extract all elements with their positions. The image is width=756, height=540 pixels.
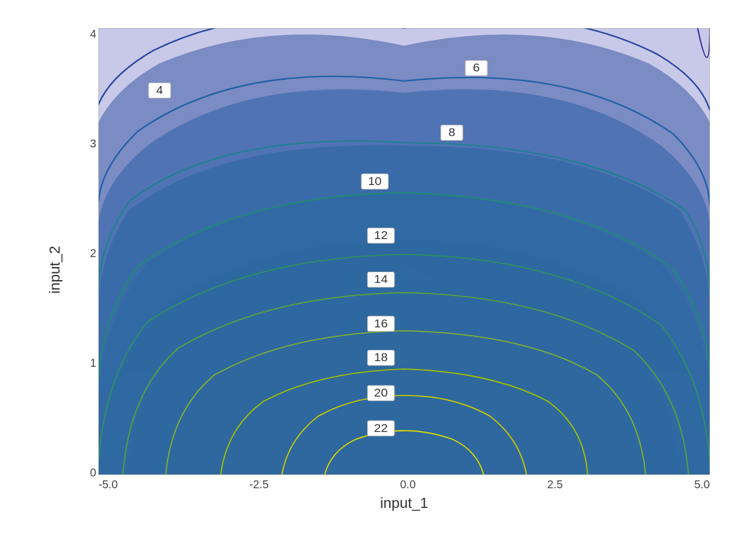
chart-wrapper: input_2 4 3 2 1 0 — [46, 28, 710, 512]
svg-text:12: 12 — [374, 228, 388, 242]
svg-text:16: 16 — [374, 317, 388, 330]
y-axis-ticks: 4 3 2 1 0 — [68, 28, 96, 512]
plot-area-wrapper: 4 6 2 8 10 12 — [98, 28, 710, 512]
x-axis-label: input_1 — [98, 494, 710, 512]
y-axis-label: input_2 — [46, 246, 64, 294]
plot-area: 4 6 2 8 10 12 — [98, 28, 710, 475]
contour-chart-svg: 4 6 2 8 10 12 — [98, 28, 710, 475]
x-tick-0: 0.0 — [400, 478, 416, 491]
y-tick-3: 3 — [68, 138, 96, 149]
x-tick-2-5: 2.5 — [547, 478, 563, 491]
y-tick-0: 0 — [68, 467, 96, 478]
svg-text:18: 18 — [374, 351, 388, 364]
svg-text:20: 20 — [374, 386, 388, 399]
x-axis-ticks: -5.0 -2.5 0.0 2.5 5.0 — [98, 475, 710, 491]
svg-text:4: 4 — [156, 83, 163, 97]
y-tick-1: 1 — [68, 357, 96, 368]
svg-text:6: 6 — [473, 61, 480, 75]
x-tick-5: 5.0 — [694, 478, 710, 491]
svg-text:22: 22 — [374, 421, 388, 435]
svg-text:14: 14 — [374, 273, 388, 286]
x-tick-minus2-5: -2.5 — [249, 478, 268, 491]
svg-text:10: 10 — [368, 174, 381, 188]
chart-container: input_2 4 3 2 1 0 — [18, 11, 738, 529]
y-tick-4: 4 — [68, 28, 96, 39]
x-tick-minus5: -5.0 — [98, 478, 118, 491]
y-tick-2: 2 — [68, 248, 96, 259]
svg-text:8: 8 — [448, 126, 455, 140]
